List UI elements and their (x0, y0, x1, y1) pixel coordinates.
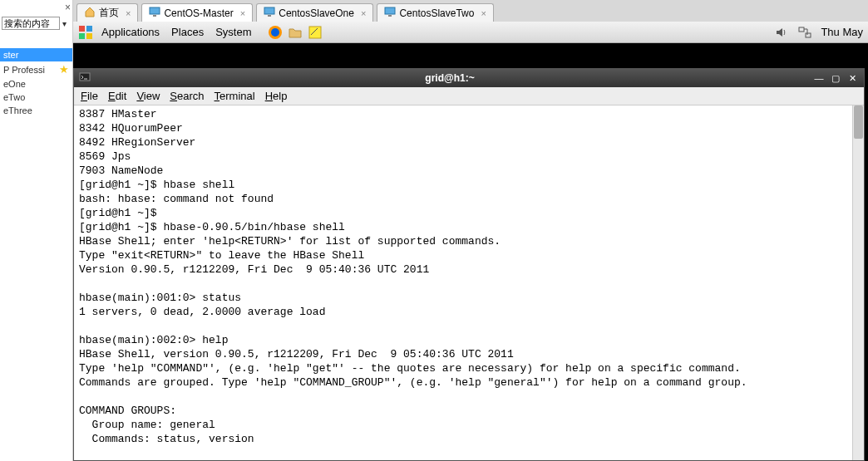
dropdown-arrow-icon[interactable]: ▾ (60, 19, 67, 28)
svg-rect-0 (150, 7, 160, 14)
tab-close-icon[interactable]: × (126, 8, 131, 18)
tab-label: CentosSlaveTwo (399, 7, 474, 19)
maximize-button[interactable]: ▢ (829, 71, 842, 85)
window-icon (79, 71, 91, 86)
tab-bar: 首页×CentOS-Master×CentosSlaveOne×CentosSl… (73, 0, 868, 22)
vm-label: eTwo (3, 92, 25, 102)
network-icon[interactable] (797, 25, 812, 40)
menu-system[interactable]: System (212, 24, 254, 40)
monitor-icon (264, 6, 275, 20)
vm-list-item[interactable]: eTwo (0, 91, 72, 104)
svg-rect-3 (268, 15, 271, 17)
firefox-icon[interactable] (268, 25, 283, 40)
tab[interactable]: CentOS-Master× (141, 3, 253, 22)
menu-places[interactable]: Places (168, 24, 207, 40)
search-input[interactable] (2, 17, 60, 30)
svg-rect-1 (153, 15, 156, 17)
svg-rect-9 (86, 33, 92, 39)
note-icon[interactable] (308, 25, 323, 40)
svg-rect-8 (79, 33, 85, 39)
desktop: grid@h1:~ — ▢ ✕ FileEditViewSearchTermin… (73, 43, 868, 461)
vm-label: eThree (3, 105, 32, 115)
tab-label: CentosSlaveOne (279, 7, 354, 19)
terminal-menu-item[interactable]: View (136, 90, 160, 102)
terminal-menu-item[interactable]: Help (265, 90, 288, 102)
clock-text: Thu May (821, 26, 863, 38)
tab-close-icon[interactable]: × (361, 8, 366, 18)
star-icon: ★ (59, 63, 69, 76)
tab[interactable]: CentosSlaveTwo× (377, 3, 493, 22)
vm-list-item[interactable]: eThree (0, 104, 72, 117)
vm-label: eOne (3, 79, 26, 89)
close-button[interactable]: ✕ (846, 71, 859, 85)
volume-icon[interactable] (774, 25, 789, 40)
scrollbar-thumb[interactable] (854, 105, 863, 139)
svg-rect-6 (79, 26, 85, 32)
scrollbar[interactable] (852, 105, 864, 460)
window-title: grid@h1:~ (91, 72, 809, 84)
terminal-menubar: FileEditViewSearchTerminalHelp (74, 87, 864, 105)
terminal-menu-item[interactable]: Search (170, 90, 204, 102)
vm-list: sterP Professi★eOneeTwoeThree (0, 48, 72, 117)
apps-icon[interactable] (78, 25, 93, 40)
vm-list-item[interactable]: P Professi★ (0, 61, 72, 77)
folder-icon[interactable] (288, 25, 303, 40)
gnome-panel: Applications Places System (73, 22, 868, 43)
vm-list-item[interactable]: eOne (0, 77, 72, 91)
svg-rect-13 (799, 27, 804, 32)
terminal-menu-item[interactable]: Edit (108, 90, 126, 102)
tab[interactable]: 首页× (76, 3, 138, 22)
tab[interactable]: CentosSlaveOne× (256, 3, 373, 22)
tab-label: CentOS-Master (164, 7, 233, 19)
svg-rect-7 (86, 26, 92, 32)
svg-rect-2 (264, 7, 274, 14)
svg-point-11 (271, 28, 279, 37)
terminal-body[interactable]: 8387 HMaster 8342 HQuorumPeer 8492 HRegi… (74, 105, 864, 460)
vm-label: ster (3, 50, 18, 60)
tab-close-icon[interactable]: × (240, 8, 245, 18)
monitor-icon (149, 6, 160, 20)
house-icon (84, 6, 96, 20)
svg-rect-5 (388, 15, 392, 17)
tab-close-icon[interactable]: × (481, 8, 486, 18)
tab-label: 首页 (99, 6, 119, 20)
monitor-icon (384, 6, 396, 20)
svg-rect-14 (806, 33, 811, 37)
menu-applications[interactable]: Applications (98, 24, 163, 40)
vm-list-item[interactable]: ster (0, 48, 72, 61)
minimize-button[interactable]: — (812, 71, 826, 85)
svg-rect-4 (385, 7, 395, 14)
terminal-output: 8387 HMaster 8342 HQuorumPeer 8492 HRegi… (74, 105, 864, 448)
terminal-window: grid@h1:~ — ▢ ✕ FileEditViewSearchTermin… (73, 68, 865, 461)
svg-rect-12 (309, 27, 321, 38)
terminal-menu-item[interactable]: File (81, 90, 98, 102)
terminal-menu-item[interactable]: Terminal (215, 90, 255, 102)
vm-label: P Professi (3, 65, 45, 75)
svg-rect-15 (80, 73, 90, 81)
close-icon[interactable]: × (65, 2, 71, 13)
side-panel: × ▾ sterP Professi★eOneeTwoeThree (0, 0, 73, 461)
window-titlebar[interactable]: grid@h1:~ — ▢ ✕ (74, 69, 864, 87)
